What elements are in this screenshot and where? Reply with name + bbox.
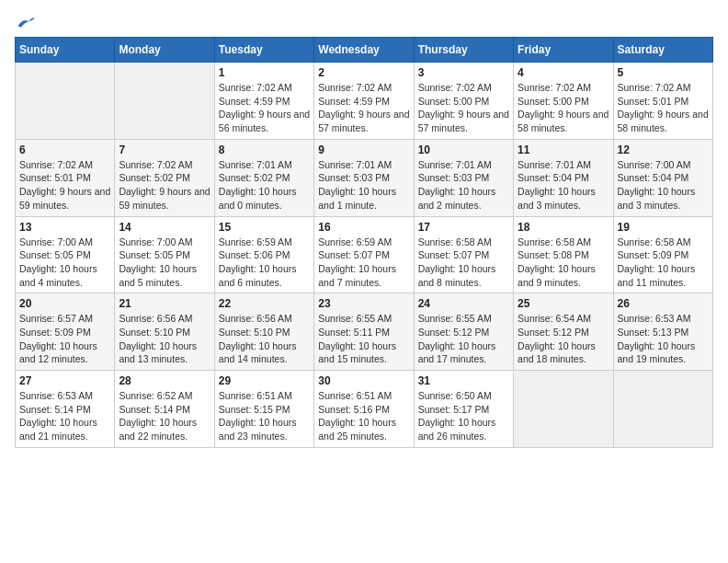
calendar-cell: 22Sunrise: 6:56 AM Sunset: 5:10 PM Dayli…	[214, 293, 313, 371]
day-number: 19	[618, 221, 709, 234]
calendar-cell: 30Sunrise: 6:51 AM Sunset: 5:16 PM Dayli…	[314, 371, 414, 448]
day-info: Sunrise: 6:59 AM Sunset: 5:06 PM Dayligh…	[219, 236, 310, 290]
calendar-cell: 26Sunrise: 6:53 AM Sunset: 5:13 PM Dayli…	[613, 293, 712, 371]
day-number: 21	[119, 297, 210, 310]
calendar-week-row: 20Sunrise: 6:57 AM Sunset: 5:09 PM Dayli…	[16, 293, 713, 371]
day-number: 8	[219, 144, 310, 156]
calendar-week-row: 27Sunrise: 6:53 AM Sunset: 5:14 PM Dayli…	[16, 371, 713, 448]
day-info: Sunrise: 7:00 AM Sunset: 5:04 PM Dayligh…	[618, 158, 709, 213]
day-number: 27	[19, 374, 110, 387]
day-info: Sunrise: 7:01 AM Sunset: 5:02 PM Dayligh…	[219, 158, 310, 213]
calendar-table: SundayMondayTuesdayWednesdayThursdayFrid…	[15, 37, 713, 448]
day-info: Sunrise: 7:02 AM Sunset: 5:01 PM Dayligh…	[19, 158, 110, 213]
day-number: 9	[318, 144, 409, 156]
day-info: Sunrise: 6:53 AM Sunset: 5:13 PM Dayligh…	[618, 312, 709, 366]
calendar-cell: 16Sunrise: 6:59 AM Sunset: 5:07 PM Dayli…	[314, 216, 414, 293]
day-number: 17	[418, 221, 509, 234]
calendar-cell: 21Sunrise: 6:56 AM Sunset: 5:10 PM Dayli…	[115, 293, 214, 371]
day-info: Sunrise: 7:01 AM Sunset: 5:03 PM Dayligh…	[418, 158, 509, 213]
day-number: 1	[219, 66, 310, 79]
day-info: Sunrise: 6:58 AM Sunset: 5:07 PM Dayligh…	[418, 236, 509, 290]
day-info: Sunrise: 7:02 AM Sunset: 5:02 PM Dayligh…	[119, 158, 210, 213]
day-info: Sunrise: 7:00 AM Sunset: 5:05 PM Dayligh…	[119, 236, 210, 290]
day-info: Sunrise: 7:02 AM Sunset: 5:00 PM Dayligh…	[418, 81, 509, 135]
day-number: 23	[318, 297, 409, 310]
day-info: Sunrise: 6:54 AM Sunset: 5:12 PM Dayligh…	[518, 312, 609, 366]
weekday-header-saturday: Saturday	[613, 38, 712, 63]
calendar-header-row: SundayMondayTuesdayWednesdayThursdayFrid…	[16, 38, 713, 63]
day-number: 22	[219, 297, 310, 310]
day-number: 29	[219, 374, 310, 387]
day-info: Sunrise: 7:02 AM Sunset: 4:59 PM Dayligh…	[318, 81, 409, 135]
day-info: Sunrise: 6:59 AM Sunset: 5:07 PM Dayligh…	[318, 236, 409, 290]
day-number: 3	[418, 66, 509, 79]
weekday-header-friday: Friday	[514, 38, 613, 63]
calendar-cell: 24Sunrise: 6:55 AM Sunset: 5:12 PM Dayli…	[414, 293, 513, 371]
day-number: 13	[19, 221, 110, 234]
day-number: 26	[618, 297, 709, 310]
day-number: 4	[518, 66, 609, 79]
day-info: Sunrise: 6:56 AM Sunset: 5:10 PM Dayligh…	[119, 312, 210, 366]
calendar-cell: 17Sunrise: 6:58 AM Sunset: 5:07 PM Dayli…	[414, 216, 513, 293]
calendar-cell: 19Sunrise: 6:58 AM Sunset: 5:09 PM Dayli…	[613, 216, 712, 293]
day-info: Sunrise: 7:02 AM Sunset: 5:00 PM Dayligh…	[518, 81, 609, 135]
day-number: 18	[518, 221, 609, 234]
day-number: 30	[318, 374, 409, 387]
calendar-cell: 20Sunrise: 6:57 AM Sunset: 5:09 PM Dayli…	[16, 293, 115, 371]
calendar-week-row: 6Sunrise: 7:02 AM Sunset: 5:01 PM Daylig…	[16, 139, 713, 216]
calendar-cell	[613, 371, 712, 448]
day-number: 2	[318, 66, 409, 79]
weekday-header-wednesday: Wednesday	[314, 38, 414, 63]
calendar-cell: 28Sunrise: 6:52 AM Sunset: 5:14 PM Dayli…	[115, 371, 214, 448]
calendar-cell: 7Sunrise: 7:02 AM Sunset: 5:02 PM Daylig…	[115, 139, 214, 216]
calendar-cell: 29Sunrise: 6:51 AM Sunset: 5:15 PM Dayli…	[214, 371, 313, 448]
day-info: Sunrise: 6:50 AM Sunset: 5:17 PM Dayligh…	[418, 389, 509, 443]
day-number: 12	[618, 144, 709, 156]
calendar-cell: 13Sunrise: 7:00 AM Sunset: 5:05 PM Dayli…	[16, 216, 115, 293]
weekday-header-tuesday: Tuesday	[214, 38, 313, 63]
day-number: 31	[418, 374, 509, 387]
day-info: Sunrise: 6:58 AM Sunset: 5:09 PM Dayligh…	[618, 236, 709, 290]
logo	[15, 15, 35, 29]
calendar-cell: 6Sunrise: 7:02 AM Sunset: 5:01 PM Daylig…	[16, 139, 115, 216]
day-info: Sunrise: 7:01 AM Sunset: 5:03 PM Dayligh…	[318, 158, 409, 213]
day-info: Sunrise: 6:52 AM Sunset: 5:14 PM Dayligh…	[119, 389, 210, 443]
day-number: 16	[318, 221, 409, 234]
calendar-week-row: 13Sunrise: 7:00 AM Sunset: 5:05 PM Dayli…	[16, 216, 713, 293]
page-header	[15, 15, 713, 29]
day-info: Sunrise: 6:55 AM Sunset: 5:12 PM Dayligh…	[418, 312, 509, 366]
weekday-header-thursday: Thursday	[414, 38, 513, 63]
weekday-header-sunday: Sunday	[16, 38, 115, 63]
calendar-cell	[115, 63, 214, 140]
weekday-header-monday: Monday	[115, 38, 214, 63]
day-info: Sunrise: 7:02 AM Sunset: 4:59 PM Dayligh…	[219, 81, 310, 135]
day-number: 7	[119, 144, 210, 156]
day-number: 6	[19, 144, 110, 156]
calendar-cell: 10Sunrise: 7:01 AM Sunset: 5:03 PM Dayli…	[414, 139, 513, 216]
calendar-cell: 23Sunrise: 6:55 AM Sunset: 5:11 PM Dayli…	[314, 293, 414, 371]
day-number: 11	[518, 144, 609, 156]
calendar-cell: 25Sunrise: 6:54 AM Sunset: 5:12 PM Dayli…	[514, 293, 613, 371]
day-info: Sunrise: 7:00 AM Sunset: 5:05 PM Dayligh…	[19, 236, 110, 290]
day-info: Sunrise: 6:53 AM Sunset: 5:14 PM Dayligh…	[19, 389, 110, 443]
day-info: Sunrise: 7:02 AM Sunset: 5:01 PM Dayligh…	[618, 81, 709, 135]
calendar-week-row: 1Sunrise: 7:02 AM Sunset: 4:59 PM Daylig…	[16, 63, 713, 140]
day-info: Sunrise: 6:56 AM Sunset: 5:10 PM Dayligh…	[219, 312, 310, 366]
calendar-cell: 27Sunrise: 6:53 AM Sunset: 5:14 PM Dayli…	[16, 371, 115, 448]
day-info: Sunrise: 6:58 AM Sunset: 5:08 PM Dayligh…	[518, 236, 609, 290]
day-info: Sunrise: 6:57 AM Sunset: 5:09 PM Dayligh…	[19, 312, 110, 366]
day-number: 24	[418, 297, 509, 310]
calendar-cell	[514, 371, 613, 448]
day-number: 10	[418, 144, 509, 156]
logo-bird-icon	[17, 15, 35, 29]
calendar-cell: 1Sunrise: 7:02 AM Sunset: 4:59 PM Daylig…	[214, 63, 313, 140]
calendar-cell: 14Sunrise: 7:00 AM Sunset: 5:05 PM Dayli…	[115, 216, 214, 293]
calendar-cell: 12Sunrise: 7:00 AM Sunset: 5:04 PM Dayli…	[613, 139, 712, 216]
day-info: Sunrise: 7:01 AM Sunset: 5:04 PM Dayligh…	[518, 158, 609, 213]
day-info: Sunrise: 6:51 AM Sunset: 5:15 PM Dayligh…	[219, 389, 310, 443]
day-info: Sunrise: 6:55 AM Sunset: 5:11 PM Dayligh…	[318, 312, 409, 366]
day-number: 20	[19, 297, 110, 310]
calendar-cell	[16, 63, 115, 140]
calendar-cell: 11Sunrise: 7:01 AM Sunset: 5:04 PM Dayli…	[514, 139, 613, 216]
day-number: 25	[518, 297, 609, 310]
